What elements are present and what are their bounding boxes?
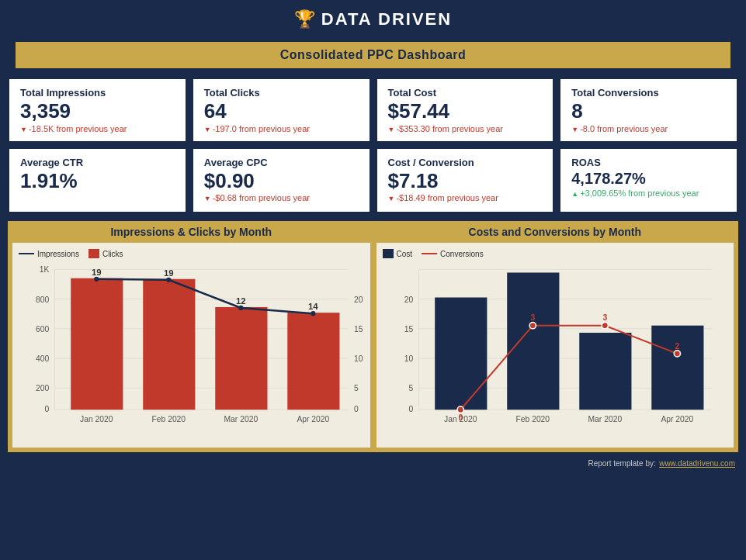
legend-clicks: Clicks xyxy=(88,249,123,258)
bar-mar xyxy=(215,307,267,410)
kpi-row-2: Average CTR 1.91% Average CPC $0.90 -$0.… xyxy=(0,147,746,219)
arrow-down-icon xyxy=(204,124,211,133)
svg-text:15: 15 xyxy=(404,325,413,334)
arrow-down-icon xyxy=(388,193,395,202)
arrow-down-icon xyxy=(204,193,211,202)
kpi-roas-title: ROAS xyxy=(571,157,726,168)
svg-text:10: 10 xyxy=(404,354,413,363)
kpi-cost-change: -$353.30 from previous year xyxy=(388,124,543,133)
svg-text:0: 0 xyxy=(354,406,359,414)
kpi-conversions-change: -8.0 from previous year xyxy=(571,124,726,133)
chart1-title: Impressions & Clicks by Month xyxy=(12,226,370,238)
svg-text:19: 19 xyxy=(164,268,174,278)
chart1-svg: 0 200 400 600 800 1K 0 5 10 15 20 19 xyxy=(19,261,364,437)
svg-point-22 xyxy=(94,277,99,282)
impressions-line xyxy=(96,279,313,313)
svg-text:0: 0 xyxy=(45,406,50,414)
svg-text:0: 0 xyxy=(408,406,413,414)
svg-text:Feb 2020: Feb 2020 xyxy=(515,415,550,423)
kpi-ctr: Average CTR 1.91% xyxy=(8,147,187,214)
kpi-conversions-value: 8 xyxy=(571,100,726,123)
svg-point-45 xyxy=(674,351,680,357)
svg-text:1K: 1K xyxy=(40,266,50,275)
svg-text:600: 600 xyxy=(36,325,49,334)
svg-text:5: 5 xyxy=(408,385,413,393)
kpi-impressions-change: -18.5K from previous year xyxy=(20,124,175,133)
kpi-ctr-title: Average CTR xyxy=(20,157,175,168)
kpi-cost-value: $57.44 xyxy=(388,100,543,123)
kpi-clicks-value: 64 xyxy=(204,100,359,123)
kpi-cpc-value: $0.90 xyxy=(204,170,359,192)
kpi-ctr-value: 1.91% xyxy=(20,170,175,192)
kpi-cost-title: Total Cost xyxy=(388,87,543,99)
kpi-impressions-value: 3,359 xyxy=(20,100,175,123)
kpi-cost-per-conv-value: $7.18 xyxy=(388,170,543,192)
svg-text:400: 400 xyxy=(36,354,49,363)
kpi-roas-value: 4,178.27% xyxy=(571,170,726,187)
dashboard-title: Consolidated PPC Dashboard xyxy=(280,48,467,61)
svg-point-25 xyxy=(311,311,315,316)
svg-text:800: 800 xyxy=(36,296,49,304)
logo-area: 🏆 DATA DRIVEN xyxy=(0,9,746,29)
legend-conversions: Conversions xyxy=(422,249,484,258)
arrow-up-icon xyxy=(571,188,578,198)
kpi-clicks-change: -197.0 from previous year xyxy=(204,124,359,133)
kpi-roas: ROAS 4,178.27% +3,009.65% from previous … xyxy=(559,147,738,214)
kpi-roas-change: +3,009.65% from previous year xyxy=(571,188,726,198)
footer-link[interactable]: www.datadrivenu.com xyxy=(659,459,735,468)
chart1-legend: Impressions Clicks xyxy=(19,249,364,258)
svg-text:12: 12 xyxy=(236,296,246,306)
chart2-title: Costs and Conversions by Month xyxy=(376,226,734,238)
bar-apr xyxy=(287,313,339,410)
chart1-container: Impressions Clicks xyxy=(12,243,370,447)
cost-bar-apr xyxy=(651,326,703,410)
svg-text:10: 10 xyxy=(354,354,363,363)
kpi-cost-per-conv-title: Cost / Conversion xyxy=(388,157,543,168)
arrow-down-icon xyxy=(20,124,27,133)
svg-text:Mar 2020: Mar 2020 xyxy=(224,415,258,423)
kpi-cpc: Average CPC $0.90 -$0.68 from previous y… xyxy=(192,147,371,214)
svg-text:19: 19 xyxy=(92,268,102,277)
svg-text:Mar 2020: Mar 2020 xyxy=(588,415,622,423)
kpi-cost-per-conv-change: -$18.49 from previous year xyxy=(388,193,543,202)
svg-text:14: 14 xyxy=(308,302,318,311)
logo-text: DATA DRIVEN xyxy=(321,9,452,29)
svg-text:Jan 2020: Jan 2020 xyxy=(80,415,113,423)
svg-text:20: 20 xyxy=(354,296,363,304)
kpi-cpc-change: -$0.68 from previous year xyxy=(204,193,359,202)
cost-bar-feb xyxy=(507,273,559,410)
kpi-conversions-title: Total Conversions xyxy=(571,87,726,99)
svg-point-23 xyxy=(166,278,171,282)
kpi-impressions-title: Total Impressions xyxy=(20,87,175,99)
chart2-legend: Cost Conversions xyxy=(383,249,728,258)
kpi-impressions: Total Impressions 3,359 -18.5K from prev… xyxy=(8,78,187,143)
svg-text:200: 200 xyxy=(36,385,49,393)
kpi-clicks-title: Total Clicks xyxy=(204,87,359,99)
kpi-cost-per-conv: Cost / Conversion $7.18 -$18.49 from pre… xyxy=(376,147,555,214)
svg-point-24 xyxy=(238,306,243,310)
svg-point-44 xyxy=(602,323,608,329)
legend-cost: Cost xyxy=(383,249,413,258)
kpi-row-1: Total Impressions 3,359 -18.5K from prev… xyxy=(0,73,746,147)
svg-text:Feb 2020: Feb 2020 xyxy=(151,415,186,423)
svg-point-43 xyxy=(529,323,536,329)
bar-feb xyxy=(143,279,195,410)
svg-text:Apr 2020: Apr 2020 xyxy=(661,415,693,423)
kpi-cost: Total Cost $57.44 -$353.30 from previous… xyxy=(376,78,555,143)
kpi-conversions: Total Conversions 8 -8.0 from previous y… xyxy=(559,78,738,143)
svg-text:2: 2 xyxy=(675,342,679,351)
conversions-line xyxy=(460,326,677,410)
footer-label: Report template by: xyxy=(588,459,655,468)
cost-bar-mar xyxy=(579,333,631,410)
legend-impressions: Impressions xyxy=(19,249,79,258)
chart2-svg: 0 5 10 15 20 xyxy=(383,261,728,437)
svg-text:15: 15 xyxy=(354,325,363,334)
footer: Report template by: www.datadrivenu.com xyxy=(0,452,746,472)
subtitle-bar: Consolidated PPC Dashboard xyxy=(16,42,730,68)
kpi-cpc-title: Average CPC xyxy=(204,157,359,168)
bar-jan xyxy=(71,278,123,410)
header: 🏆 DATA DRIVEN xyxy=(0,0,746,34)
kpi-clicks: Total Clicks 64 -197.0 from previous yea… xyxy=(192,78,371,143)
svg-text:3: 3 xyxy=(602,314,607,323)
svg-text:Jan 2020: Jan 2020 xyxy=(444,415,477,423)
